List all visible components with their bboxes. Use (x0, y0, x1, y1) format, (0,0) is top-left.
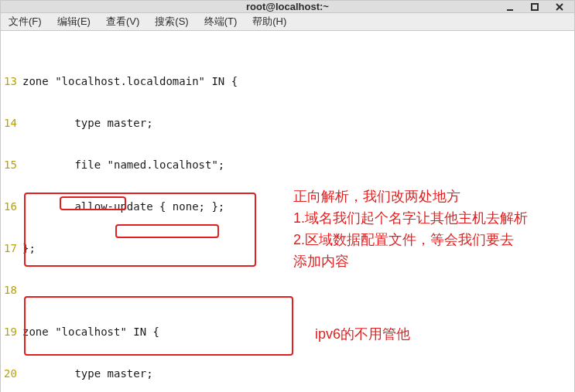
menu-terminal[interactable]: 终端(T) (201, 13, 241, 30)
menu-help[interactable]: 帮助(H) (249, 13, 289, 30)
highlight-zone-file (115, 224, 219, 238)
line-number: 16 (4, 199, 22, 213)
code-line: }; (22, 241, 574, 255)
menu-edit[interactable]: 编辑(E) (54, 13, 94, 30)
titlebar: root@localhost:~ (1, 1, 574, 13)
menu-search[interactable]: 搜索(S) (152, 13, 191, 30)
minimize-icon (505, 2, 515, 12)
window-controls (500, 1, 570, 12)
close-button[interactable] (549, 0, 570, 15)
line-number: 17 (4, 241, 22, 255)
line-number: 15 (4, 158, 22, 172)
terminal-content[interactable]: 13zone "localhost.localdomain" IN { 14 t… (1, 31, 574, 392)
minimize-button[interactable] (500, 0, 520, 15)
close-icon (555, 2, 564, 12)
maximize-button[interactable] (525, 0, 545, 15)
line-number: 19 (4, 325, 22, 339)
menu-view[interactable]: 查看(V) (103, 13, 142, 30)
line-number: 18 (4, 283, 22, 297)
terminal-window: root@localhost:~ 文件(F) 编辑(E) 查看(V) 搜索(S)… (0, 0, 575, 392)
line-number: 14 (4, 116, 22, 130)
line-number: 13 (4, 74, 22, 88)
line-number: 20 (4, 366, 22, 380)
code-line: zone "localhost.localdomain" IN { (22, 74, 574, 88)
code-line (22, 283, 574, 297)
code-line: type master; (22, 366, 574, 380)
code-line: zone "localhost" IN { (22, 325, 574, 339)
svg-rect-1 (532, 4, 538, 10)
code-line: type master; (22, 116, 574, 130)
code-line: allow-update { none; }; (22, 199, 574, 213)
menubar: 文件(F) 编辑(E) 查看(V) 搜索(S) 终端(T) 帮助(H) (1, 13, 574, 31)
maximize-icon (530, 2, 539, 12)
window-title: root@localhost:~ (246, 1, 329, 12)
code-line: file "named.localhost"; (22, 158, 574, 172)
menu-file[interactable]: 文件(F) (5, 13, 45, 30)
